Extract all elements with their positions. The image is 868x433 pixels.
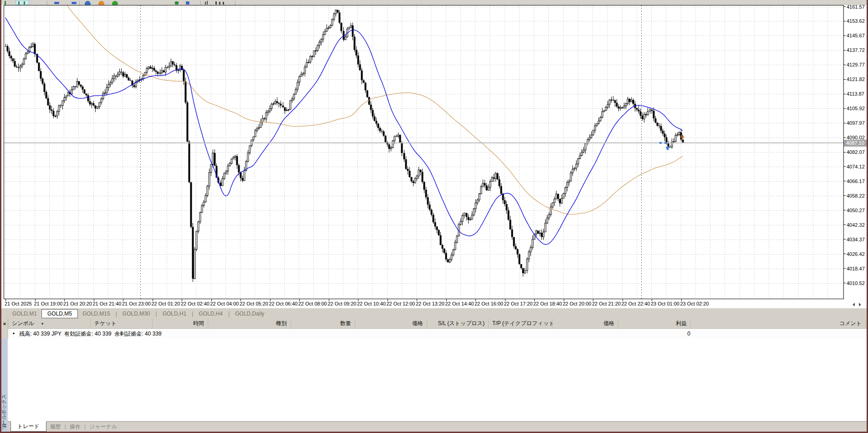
price-tick: 4050.27 [843, 207, 865, 213]
toolbox-header: × シンボル▼チケット時間種別数量価格S/L (ストップロス)T/P (テイクプ… [1, 319, 867, 329]
column-header: S/L (ストップロス) [427, 319, 489, 329]
balance-row[interactable]: • 残高: 40 339 JPY 有効証拠金: 40 339 余剰証拠金: 40… [1, 329, 867, 339]
time-tick: 22 Oct 02:40 [181, 301, 209, 306]
new-order-icon[interactable] [85, 1, 91, 5]
toolbar-separator [79, 1, 80, 5]
price-tick: 4137.72 [843, 47, 865, 53]
profit-total: 0 [645, 331, 690, 337]
column-header: 種別 [208, 319, 291, 329]
time-tick: 22 Oct 17:20 [504, 301, 533, 306]
chart-tab-gold-h1[interactable]: GOLD,H1 [158, 309, 191, 318]
crosshair-icon-glyph [18, 1, 20, 5]
time-tick: 22 Oct 05:20 [240, 301, 268, 306]
chart-tab-gold-h4[interactable]: GOLD,H4 [194, 309, 227, 318]
time-tick: 22 Oct 14:40 [445, 301, 474, 306]
chart-tab-gold-m1[interactable]: GOLD,M1 [8, 309, 41, 318]
chart-tab-gold-m5[interactable]: GOLD,M5 [41, 309, 78, 318]
crosshair-icon-glyph [24, 1, 25, 5]
close-icon[interactable]: × [1, 319, 8, 329]
column-header: 数量 [291, 319, 355, 329]
price-tick: 4129.77 [843, 62, 865, 68]
time-tick: 22 Oct 21:20 [592, 301, 621, 306]
price-tick: 4058.22 [843, 193, 865, 199]
zoom-in-icon[interactable] [175, 1, 179, 5]
chart-canvas[interactable] [4, 5, 843, 299]
toolbox-corner-icon [2, 423, 6, 428]
time-tick: 22 Oct 06:40 [269, 301, 298, 306]
time-axis[interactable]: 21 Oct 202521 Oct 19:0021 Oct 20:2021 Oc… [1, 299, 867, 308]
price-chart[interactable] [4, 5, 844, 299]
trade-list-body[interactable] [8, 339, 867, 421]
time-tick: 21 Oct 19:00 [34, 301, 63, 306]
price-tick: 4121.82 [843, 76, 865, 82]
symbol-filter-dropdown-icon[interactable]: ▼ [41, 322, 44, 326]
time-tick: 22 Oct 13:20 [416, 301, 444, 306]
toolbox-tab-history[interactable]: 履歴 [46, 422, 65, 432]
time-tick: 22 Oct 10:40 [357, 301, 386, 306]
cursor-icon[interactable] [5, 1, 6, 5]
tab-separator: | [115, 311, 118, 317]
price-tick: 4066.17 [843, 178, 865, 184]
price-tick: 4074.12 [843, 163, 865, 169]
chart-candles-icon [219, 2, 220, 5]
chart-candles-icon[interactable] [215, 1, 217, 5]
scroll-right-icon[interactable] [859, 303, 861, 306]
autotrading-icon[interactable] [98, 1, 104, 5]
chart-bars-icon[interactable] [205, 2, 206, 5]
balance-text: 残高: 40 339 JPY 有効証拠金: 40 339 余剰証拠金: 40 3… [19, 330, 162, 338]
time-tick: 22 Oct 22:40 [622, 301, 650, 306]
column-header: シンボル▼ [8, 319, 91, 329]
time-tick: 22 Oct 08:00 [298, 301, 327, 306]
trendline-icon[interactable] [54, 2, 59, 4]
toolbox-tab-operations[interactable]: 操作 [66, 422, 84, 432]
column-header: T/P (テイクプロフィット) [489, 319, 553, 329]
column-header: 価格 [355, 319, 427, 329]
indicators-icon[interactable] [112, 1, 118, 5]
time-tick: 22 Oct 01:20 [152, 301, 180, 306]
price-tick: 4097.97 [843, 120, 865, 126]
mt5-window: 4161.574153.624145.674137.724129.774121.… [0, 0, 868, 433]
chart-bars-icon [207, 1, 208, 5]
column-header: 価格 [553, 319, 618, 329]
toolbar-separator [47, 1, 47, 5]
time-tick: 21 Oct 2025 [5, 301, 32, 306]
price-tick: 4026.42 [843, 251, 865, 257]
fibonacci-icon[interactable] [71, 2, 77, 4]
price-tick: 4113.87 [843, 91, 864, 97]
time-tick: 22 Oct 09:20 [328, 301, 357, 306]
price-tick: 4010.52 [843, 280, 865, 286]
chart-tabs-bar: GOLD,M1GOLD,M5GOLD,M15|GOLD,M30|GOLD,H1|… [1, 308, 867, 319]
scroll-left-icon[interactable] [853, 303, 855, 306]
column-header: 時間 [153, 319, 208, 329]
price-tick: 4153.62 [843, 18, 865, 24]
zoom-out-icon[interactable] [186, 1, 189, 5]
chart-tab-gold-daily[interactable]: GOLD,Daily [230, 309, 269, 318]
current-price-label: 4087.10 [844, 140, 868, 147]
tab-separator: | [155, 311, 158, 317]
price-tick: 4105.92 [843, 106, 865, 112]
crosshair-icon[interactable] [15, 0, 29, 5]
balance-bullet: • [13, 331, 15, 337]
toolbar-separator [235, 1, 235, 5]
time-tick: 22 Oct 12:00 [387, 301, 415, 306]
window-border-left [0, 0, 1, 433]
toolbox-tab-journal[interactable]: ジャーナル [86, 422, 121, 432]
time-tick: 22 Oct 04:00 [210, 301, 239, 306]
time-tick: 22 Oct 16:00 [475, 301, 503, 306]
toolbox-tabs-bar: トレード履歴|操作|ジャーナル [8, 421, 867, 432]
column-header: チケット [91, 319, 153, 329]
time-tick: 23 Oct 01:00 [651, 301, 679, 306]
tab-separator: | [227, 311, 230, 317]
chart-line-icon[interactable] [223, 2, 224, 5]
toolbox-tab-trade[interactable]: トレード [10, 421, 46, 432]
chart-tab-gold-m15[interactable]: GOLD,M15 [78, 309, 115, 318]
column-header: 利益 [618, 319, 691, 329]
price-tick: 4082.07 [843, 149, 865, 155]
chart-tab-gold-m30[interactable]: GOLD,M30 [118, 309, 155, 318]
price-tick: 4145.67 [843, 33, 865, 39]
current-price-value: 4087.10 [846, 140, 864, 146]
price-tick: 4018.47 [843, 265, 865, 271]
price-tick: 4034.37 [843, 236, 865, 242]
column-header: コメント [691, 319, 866, 329]
tab-separator: | [191, 311, 194, 317]
